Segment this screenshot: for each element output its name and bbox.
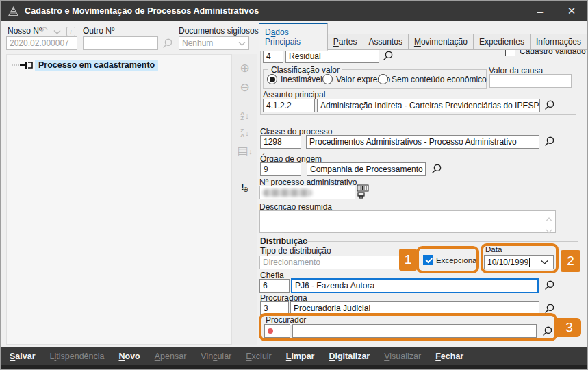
- search-icon[interactable]: [162, 38, 173, 49]
- procuradoria-code-input[interactable]: 3: [260, 301, 289, 315]
- masked-value: [263, 189, 312, 197]
- tipo-distribuicao-input[interactable]: Direcionamento: [259, 256, 400, 269]
- salvar-button[interactable]: Salvar: [10, 352, 36, 361]
- search-icon[interactable]: [544, 280, 555, 291]
- orgao-origem-name-input[interactable]: Companhia de Processamento de Dado: [307, 162, 426, 176]
- limpar-button[interactable]: Limpar: [286, 352, 315, 361]
- expand-all-icon[interactable]: ⊕: [240, 62, 249, 74]
- tree-item-processo[interactable]: Processo em cadastramento: [12, 60, 158, 71]
- chevron-down-icon[interactable]: [541, 260, 548, 265]
- classificacao-valor-legend: Classificação valor: [268, 65, 342, 75]
- scroll-down-icon[interactable]: [546, 224, 552, 236]
- pending-marker-icon[interactable]: !⊕: [241, 180, 248, 193]
- sort-za-icon[interactable]: ZA↓: [240, 128, 248, 138]
- search-icon[interactable]: [544, 136, 555, 147]
- tipo-distribuicao-label: Tipo de distribuição: [260, 246, 331, 256]
- radio-sem-conteudo[interactable]: Sem conteúdo econômico: [378, 74, 487, 84]
- title-bar: Cadastro e Movimentação de Processos Adm…: [1, 1, 587, 21]
- valor-da-causa-input[interactable]: [489, 74, 572, 88]
- minimize-icon[interactable]: –: [524, 1, 556, 21]
- scroll-up-icon[interactable]: [546, 212, 552, 225]
- chefia-code-input[interactable]: 6: [259, 279, 290, 293]
- search-icon[interactable]: [382, 50, 394, 62]
- tree-item-label[interactable]: Processo em cadastramento: [35, 60, 158, 71]
- assunto-principal-name-input[interactable]: Administração Indireta - Carteiras Previ…: [317, 99, 540, 112]
- tab-movimentacao[interactable]: Movimentação: [409, 34, 474, 50]
- num-processo-input[interactable]: [259, 186, 355, 199]
- collapse-all-icon[interactable]: ⊖: [240, 82, 249, 93]
- litispendencia-button[interactable]: Litispendência: [50, 352, 105, 361]
- tab-dados-principais[interactable]: Dados Principais: [259, 23, 328, 51]
- excepcional-checkbox[interactable]: [423, 255, 433, 265]
- radio-icon: [378, 74, 388, 84]
- tab-assuntos[interactable]: Assuntos: [363, 34, 409, 50]
- chevron-down-icon[interactable]: [238, 41, 246, 47]
- app-icon: [8, 5, 19, 16]
- documentos-sigilosos-label: Documentos sigilosos: [179, 26, 259, 36]
- tab-partes[interactable]: Partes: [328, 34, 363, 50]
- info-icon[interactable]: i: [66, 27, 75, 36]
- search-icon[interactable]: [541, 325, 553, 337]
- radio-inestimavel[interactable]: Inestimável: [267, 74, 322, 84]
- callout-3: 3: [557, 318, 581, 337]
- search-icon[interactable]: [431, 163, 442, 175]
- visualizar-button[interactable]: Visualizar: [384, 352, 421, 361]
- tab-informacoes[interactable]: Informações: [531, 34, 587, 50]
- tab-strip: Dados PrincipaisPartesAssuntosMovimentaç…: [259, 23, 587, 50]
- excluir-button[interactable]: Excluir: [246, 352, 272, 361]
- descricao-resumida-textarea[interactable]: [259, 210, 556, 233]
- distribuicao-section-label: Distribuição: [260, 236, 307, 246]
- callout-2: 2: [561, 250, 580, 272]
- window-title: Cadastro e Movimentação de Processos Adm…: [25, 6, 259, 16]
- text-caret: [529, 258, 530, 267]
- orgao-origem-code-input[interactable]: 9: [260, 162, 301, 176]
- nosso-numero-label: Nosso Nº: [8, 26, 42, 36]
- bottom-toolbar: SalvarLitispendênciaNovoApensarVincularE…: [1, 347, 587, 365]
- area-code-input[interactable]: 4: [263, 49, 283, 63]
- tree-toolbar: ⊕⊖AZ↓ZA↓▤↓!⊕: [232, 54, 257, 345]
- sort-date-icon[interactable]: ▤↓: [237, 145, 253, 157]
- excepcional-label: Excepcional: [436, 256, 478, 264]
- assunto-principal-label: Assunto principal: [263, 90, 325, 99]
- classe-processo-code-input[interactable]: 1298: [260, 135, 301, 149]
- assunto-principal-code-input[interactable]: 4.1.2.2: [263, 99, 315, 112]
- section-divider: [306, 241, 578, 242]
- required-dot-icon: [268, 328, 273, 334]
- search-icon[interactable]: [544, 99, 555, 111]
- data-label: Data: [485, 245, 502, 254]
- callout-1: 1: [399, 249, 417, 271]
- outro-numero-input[interactable]: [83, 36, 158, 50]
- novo-button[interactable]: Novo: [118, 352, 140, 361]
- radio-icon: [267, 74, 277, 84]
- tab-expedientes[interactable]: Expedientes: [474, 34, 531, 50]
- bottom-strip: [1, 365, 587, 369]
- app-window: Cadastro e Movimentação de Processos Adm…: [0, 0, 588, 370]
- sort-az-icon[interactable]: AZ↓: [240, 111, 248, 121]
- outro-numero-label: Outro Nº: [83, 26, 114, 36]
- digitalizar-button[interactable]: Digitalizar: [329, 352, 370, 361]
- procurador-label: Procurador: [266, 315, 306, 325]
- area-name-input[interactable]: Residual: [285, 49, 379, 63]
- nosso-numero-input[interactable]: 2020.02.000007: [6, 36, 77, 50]
- process-tree-panel: Processo em cadastramento: [6, 54, 232, 345]
- tree-node-icon: [12, 61, 33, 69]
- procurador-code-input[interactable]: [264, 324, 290, 338]
- apensar-button[interactable]: Apensar: [155, 352, 187, 361]
- classe-processo-name-input[interactable]: Procedimentos Administrativos - Processo…: [306, 135, 539, 149]
- procurador-name-input[interactable]: [292, 324, 537, 338]
- procuradoria-name-input[interactable]: Procuradoria Judicial: [290, 301, 539, 315]
- vincular-button[interactable]: Vincular: [201, 352, 231, 361]
- close-icon[interactable]: ✕: [556, 1, 587, 21]
- fechar-button[interactable]: Fechar: [435, 352, 463, 361]
- radio-icon: [322, 74, 333, 84]
- barcode-print-icon[interactable]: [357, 184, 369, 201]
- undo-icon[interactable]: ↶: [40, 26, 48, 34]
- chefia-name-input[interactable]: PJ6 - Fazenda Autora: [291, 278, 539, 293]
- search-icon[interactable]: [544, 303, 555, 314]
- chevron-down-icon[interactable]: [53, 29, 61, 35]
